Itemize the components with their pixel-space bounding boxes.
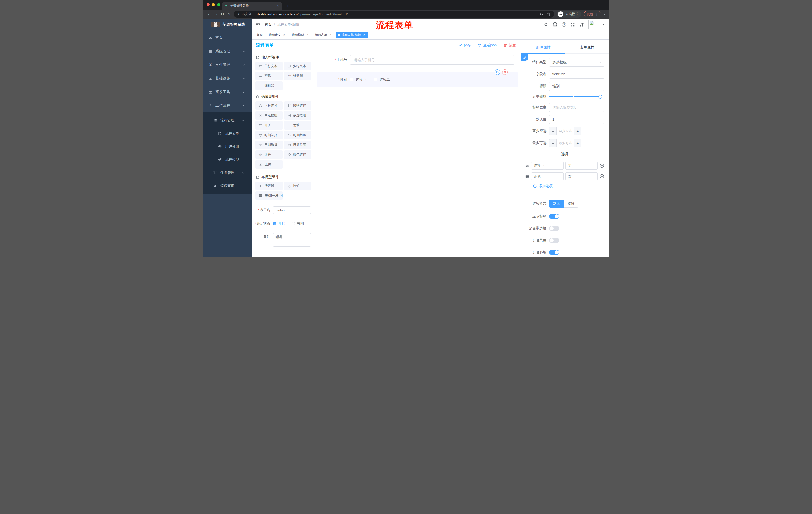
drag-handle-icon[interactable] bbox=[525, 164, 529, 168]
status-radio-off[interactable]: 关闭 bbox=[292, 221, 304, 226]
drag-handle-icon[interactable] bbox=[525, 174, 529, 179]
form-remark-textarea[interactable]: 嘿嘿 bbox=[273, 233, 311, 247]
home-icon[interactable]: ⌂ bbox=[226, 11, 232, 17]
border-toggle[interactable] bbox=[549, 226, 559, 231]
tag-close-icon[interactable]: × bbox=[329, 33, 332, 37]
avatar[interactable] bbox=[588, 20, 598, 29]
component-chip-button[interactable]: 按钮 bbox=[284, 182, 312, 190]
github-icon[interactable] bbox=[553, 22, 557, 27]
form-name-input[interactable] bbox=[273, 207, 311, 214]
stepper-value[interactable]: 至少应选 bbox=[557, 127, 574, 135]
component-chip-row-container[interactable]: 行容器 bbox=[255, 182, 283, 190]
tag-close-icon[interactable]: × bbox=[306, 33, 309, 37]
component-chip-counter[interactable]: 计数器 bbox=[284, 72, 312, 80]
sidebar-item-payment[interactable]: ¥ 支付管理 bbox=[203, 58, 252, 72]
sidebar-item-devtools[interactable]: 研发工具 bbox=[203, 85, 252, 99]
field-name-input[interactable] bbox=[549, 70, 605, 79]
component-chip-editor[interactable]: 编辑器 bbox=[255, 81, 283, 90]
tag-home[interactable]: 首页 bbox=[255, 32, 265, 38]
stepper-increase-button[interactable]: + bbox=[574, 139, 581, 147]
component-chip-date-picker[interactable]: 日期选择 bbox=[255, 141, 283, 149]
remove-option-button[interactable] bbox=[600, 163, 605, 168]
sidebar-item-workflow[interactable]: 工作流程 bbox=[203, 99, 252, 112]
back-icon[interactable]: ← bbox=[206, 12, 212, 16]
label-width-input[interactable] bbox=[549, 103, 605, 112]
option-1-label-input[interactable] bbox=[531, 162, 563, 170]
bookmark-star-icon[interactable] bbox=[547, 12, 551, 16]
forward-icon[interactable]: → bbox=[212, 12, 219, 16]
sidebar-item-system[interactable]: 系统管理 bbox=[203, 45, 252, 58]
component-chip-radio-group[interactable]: 单选框组 bbox=[255, 111, 283, 120]
component-chip-slider[interactable]: 滑块 bbox=[284, 121, 312, 130]
tag-close-icon[interactable]: × bbox=[282, 33, 286, 37]
phone-field-row[interactable]: *手机号 bbox=[317, 55, 518, 64]
search-icon[interactable] bbox=[544, 22, 548, 27]
show-label-toggle[interactable] bbox=[549, 214, 559, 219]
tag-process-model[interactable]: 流程模型 × bbox=[290, 32, 311, 38]
gender-option-1-checkbox[interactable]: 选项一 bbox=[350, 77, 366, 82]
tab-component-props[interactable]: 组件属性 bbox=[521, 45, 565, 53]
component-chip-color-picker[interactable]: 颜色选择 bbox=[284, 151, 312, 159]
window-zoom-button[interactable] bbox=[217, 3, 220, 6]
stepper-decrease-button[interactable]: − bbox=[549, 139, 557, 147]
phone-input[interactable] bbox=[350, 55, 514, 64]
gender-field-block-selected[interactable]: *性别 选项一 选项二 bbox=[317, 72, 518, 87]
required-toggle[interactable] bbox=[549, 250, 559, 255]
address-bar[interactable]: ▲ 不安全 dashboard.yudao.iocoder.cn /bpm/ma… bbox=[234, 10, 554, 18]
slider-handle[interactable] bbox=[599, 94, 603, 99]
sidebar-item-process-form[interactable]: 流程表单 bbox=[203, 127, 252, 140]
default-value-input[interactable] bbox=[549, 115, 605, 124]
browser-update-button[interactable]: 更新 ⋮ bbox=[584, 11, 602, 17]
gender-option-2-checkbox[interactable]: 选项二 bbox=[374, 77, 390, 82]
tag-process-form-edit[interactable]: 流程表单-编辑 × bbox=[336, 32, 368, 38]
remove-option-button[interactable] bbox=[600, 174, 605, 179]
style-default-button[interactable]: 默认 bbox=[549, 200, 564, 208]
clear-button[interactable]: 清空 bbox=[503, 43, 516, 48]
sidebar-item-user-group[interactable]: 用户分组 bbox=[203, 140, 252, 153]
password-key-icon[interactable] bbox=[539, 12, 543, 16]
view-json-button[interactable]: 查看json bbox=[477, 43, 497, 48]
sidebar-item-process-mgmt[interactable]: 流程管理 bbox=[203, 114, 252, 127]
stepper-value[interactable]: 最多可选 bbox=[557, 139, 574, 147]
component-chip-cascader[interactable]: 级联选择 bbox=[284, 101, 312, 110]
component-chip-dropdown[interactable]: 下拉选择 bbox=[255, 101, 283, 110]
window-minimize-button[interactable] bbox=[212, 3, 215, 6]
breadcrumb-home[interactable]: 首页 bbox=[265, 22, 271, 27]
stepper-increase-button[interactable]: + bbox=[574, 127, 581, 135]
copy-component-button[interactable] bbox=[495, 70, 500, 75]
font-size-icon[interactable] bbox=[579, 22, 584, 27]
fullscreen-icon[interactable] bbox=[570, 22, 575, 27]
tag-process-definition[interactable]: 流程定义 × bbox=[266, 32, 288, 38]
sidebar-fold-icon[interactable] bbox=[256, 22, 260, 27]
browser-tab[interactable]: 芋道管理系统 × bbox=[222, 2, 282, 9]
title-input[interactable] bbox=[549, 82, 605, 91]
component-chip-table[interactable]: 表格[开发中] bbox=[255, 191, 283, 200]
status-radio-on[interactable]: 开启 bbox=[273, 221, 285, 226]
component-chip-multi-text[interactable]: 多行文本 bbox=[284, 62, 312, 71]
component-chip-password[interactable]: 密码 bbox=[255, 72, 283, 80]
component-chip-date-range[interactable]: 日期范围 bbox=[284, 141, 312, 149]
component-chip-upload[interactable]: 上传 bbox=[255, 160, 283, 169]
delete-component-button[interactable] bbox=[502, 70, 508, 75]
tag-process-form[interactable]: 流程表单 × bbox=[313, 32, 335, 38]
component-chip-rate[interactable]: ☆ 评分 bbox=[255, 151, 283, 159]
window-close-button[interactable] bbox=[206, 3, 209, 6]
save-button[interactable]: 保存 bbox=[458, 43, 470, 48]
link-tag-button[interactable] bbox=[521, 54, 528, 61]
sidebar-item-leave-query[interactable]: 请假查询 bbox=[203, 179, 252, 192]
sidebar-item-infra[interactable]: 基础设施 bbox=[203, 72, 252, 85]
tab-close-icon[interactable]: × bbox=[276, 4, 280, 8]
toolbar-caret-icon[interactable]: ▼ bbox=[604, 13, 606, 16]
browser-menu-icon[interactable]: ⋮ bbox=[595, 12, 599, 16]
sidebar-logo[interactable]: 芋道管理系统 bbox=[203, 19, 252, 30]
sidebar-item-process-model[interactable]: 流程模型 bbox=[203, 153, 252, 166]
tab-form-props[interactable]: 表单属性 bbox=[565, 45, 609, 53]
add-option-button[interactable]: 添加选项 bbox=[533, 184, 605, 188]
component-chip-single-text[interactable]: 单行文本 bbox=[255, 62, 283, 71]
option-2-label-input[interactable] bbox=[531, 172, 563, 180]
component-chip-checkbox-group[interactable]: 多选框组 bbox=[284, 111, 312, 120]
disabled-toggle[interactable] bbox=[549, 238, 559, 243]
sidebar-item-task-mgmt[interactable]: 任务管理 bbox=[203, 166, 252, 179]
help-icon[interactable]: ? bbox=[562, 22, 566, 27]
component-chip-time-range[interactable]: 时间范围 bbox=[284, 131, 312, 139]
